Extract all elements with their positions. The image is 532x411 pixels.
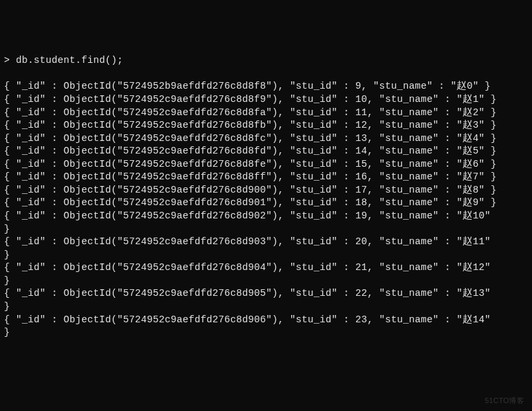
result-line: { "_id" : ObjectId("5724952c9aefdfd276c8… <box>4 171 528 184</box>
result-line: { "_id" : ObjectId("5724952c9aefdfd276c8… <box>4 184 528 197</box>
watermark-text: 51CTO博客 <box>485 396 524 406</box>
result-line: { "_id" : ObjectId("5724952c9aefdfd276c8… <box>4 158 528 171</box>
result-line: { "_id" : ObjectId("5724952c9aefdfd276c8… <box>4 93 528 107</box>
result-line: { "_id" : ObjectId("5724952c9aefdfd276c8… <box>4 261 528 275</box>
result-line: } <box>4 249 528 262</box>
result-line: } <box>4 300 528 314</box>
result-line: { "_id" : ObjectId("5724952c9aefdfd276c8… <box>4 132 528 146</box>
result-line: } <box>4 326 528 340</box>
result-line: { "_id" : ObjectId("5724952c9aefdfd276c8… <box>4 210 528 223</box>
query-output: { "_id" : ObjectId("5724952b9aefdfd276c8… <box>4 80 528 339</box>
result-line: { "_id" : ObjectId("5724952c9aefdfd276c8… <box>4 119 528 132</box>
result-line: { "_id" : ObjectId("5724952c9aefdfd276c8… <box>4 145 528 158</box>
result-line: { "_id" : ObjectId("5724952c9aefdfd276c8… <box>4 107 528 120</box>
result-line: { "_id" : ObjectId("5724952c9aefdfd276c8… <box>4 197 528 210</box>
result-line: { "_id" : ObjectId("5724952c9aefdfd276c8… <box>4 314 528 327</box>
result-line: } <box>4 223 528 236</box>
result-line: { "_id" : ObjectId("5724952c9aefdfd276c8… <box>4 236 528 249</box>
result-line: } <box>4 275 528 288</box>
result-line: { "_id" : ObjectId("5724952b9aefdfd276c8… <box>4 80 528 93</box>
mongo-prompt[interactable]: > db.student.find(); <box>4 54 528 68</box>
result-line: { "_id" : ObjectId("5724952c9aefdfd276c8… <box>4 287 528 300</box>
